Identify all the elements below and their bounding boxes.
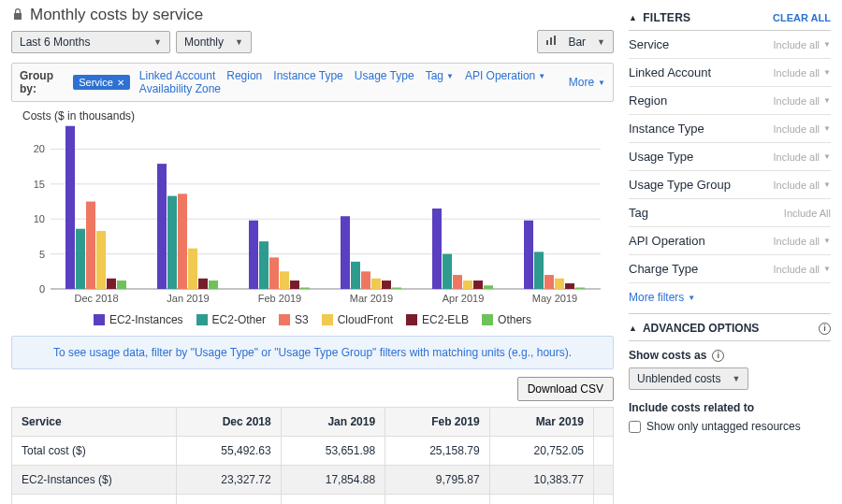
include-all-dropdown[interactable]: Include all▼ [774, 151, 831, 163]
svg-text:Feb 2019: Feb 2019 [258, 293, 301, 304]
svg-rect-25 [198, 279, 208, 289]
chart-legend: EC2-InstancesEC2-OtherS3CloudFrontEC2-EL… [17, 313, 608, 326]
group-by-option[interactable]: Tag▼ [426, 69, 454, 82]
svg-rect-51 [544, 275, 554, 289]
filter-row[interactable]: Usage Type GroupInclude all▼ [629, 171, 831, 199]
caret-down-icon: ▼ [153, 37, 162, 47]
legend-item[interactable]: EC2-ELB [406, 313, 469, 326]
svg-text:5: 5 [39, 249, 45, 260]
table-header: Feb 2019 [385, 408, 489, 437]
svg-rect-19 [117, 281, 126, 289]
caret-down-icon: ▼ [235, 37, 243, 47]
legend-item[interactable]: S3 [279, 313, 309, 326]
cost-bar-chart: 05101520Dec 2018Jan 2019Feb 2019Mar 2019… [17, 124, 610, 311]
time-range-dropdown[interactable]: Last 6 Months▼ [11, 31, 170, 53]
info-icon[interactable]: i [819, 323, 831, 335]
cost-type-dropdown[interactable]: Unblended costs▼ [629, 367, 748, 390]
svg-rect-21 [157, 164, 167, 289]
svg-rect-39 [382, 281, 391, 289]
svg-rect-37 [361, 271, 370, 289]
filter-row[interactable]: RegionInclude all▼ [629, 87, 831, 115]
table-row: Total cost ($)55,492.6353,651.9825,158.7… [12, 437, 614, 466]
caret-down-icon: ▼ [732, 374, 740, 383]
svg-rect-45 [463, 281, 472, 289]
legend-item[interactable]: Others [482, 313, 531, 326]
filter-row[interactable]: Linked AccountInclude all▼ [629, 59, 831, 87]
svg-rect-32 [290, 281, 299, 289]
cost-breakdown-table: ServiceDec 2018Jan 2019Feb 2019Mar 2019 … [11, 407, 614, 504]
group-by-option[interactable]: Availability Zone [139, 82, 221, 95]
group-by-label: Group by: [20, 69, 64, 95]
svg-text:20: 20 [34, 143, 45, 154]
svg-rect-52 [555, 279, 564, 289]
include-all-dropdown[interactable]: Include all▼ [774, 67, 831, 79]
legend-item[interactable]: CloudFront [322, 313, 393, 326]
page-title: Monthly costs by service [30, 6, 203, 24]
svg-rect-15 [76, 229, 85, 289]
svg-rect-23 [178, 194, 187, 289]
svg-rect-38 [371, 279, 381, 289]
filter-row[interactable]: ServiceInclude all▼ [629, 31, 831, 59]
svg-text:Jan 2019: Jan 2019 [167, 293, 209, 304]
table-row: EC2-Other ($)8,577.0413,290.036,813.373,… [12, 495, 614, 505]
group-by-option[interactable]: Linked Account [139, 69, 215, 82]
include-all-dropdown[interactable]: Include all▼ [774, 264, 831, 275]
info-icon[interactable]: i [712, 350, 724, 362]
svg-rect-22 [167, 196, 177, 289]
legend-item[interactable]: EC2-Instances [94, 313, 183, 326]
table-header: Dec 2018 [177, 408, 281, 437]
svg-rect-42 [432, 209, 442, 289]
svg-rect-31 [280, 271, 289, 289]
filter-row[interactable]: Instance TypeInclude all▼ [629, 115, 831, 143]
group-by-option[interactable]: Usage Type [355, 69, 414, 82]
svg-rect-43 [443, 254, 452, 289]
svg-rect-14 [65, 126, 75, 289]
svg-rect-16 [86, 202, 95, 289]
remove-chip-icon[interactable]: ✕ [117, 78, 124, 88]
table-header: Mar 2019 [489, 408, 593, 437]
group-by-option[interactable]: API Operation▼ [465, 69, 545, 82]
include-all-dropdown[interactable]: Include All [784, 208, 831, 219]
svg-text:May 2019: May 2019 [532, 293, 577, 304]
filter-row[interactable]: Charge TypeInclude all▼ [629, 255, 831, 283]
svg-text:Apr 2019: Apr 2019 [443, 293, 485, 304]
group-by-more[interactable]: More ▼ [569, 76, 605, 89]
filter-row[interactable]: Usage TypeInclude all▼ [629, 143, 831, 171]
svg-text:Dec 2018: Dec 2018 [74, 293, 118, 304]
filter-row[interactable]: API OperationInclude all▼ [629, 227, 831, 255]
table-header: Jan 2019 [281, 408, 385, 437]
group-by-chip-service[interactable]: Service ✕ [73, 75, 130, 90]
group-by-option[interactable]: Instance Type [273, 69, 343, 82]
granularity-dropdown[interactable]: Monthly▼ [176, 31, 252, 53]
svg-text:10: 10 [34, 213, 45, 224]
svg-rect-17 [96, 231, 106, 289]
more-filters-link[interactable]: More filters ▼ [629, 283, 831, 310]
caret-up-icon: ▲ [629, 13, 637, 22]
svg-rect-44 [453, 275, 462, 289]
svg-rect-0 [546, 40, 548, 45]
clear-all-filters[interactable]: CLEAR ALL [773, 12, 831, 23]
include-all-dropdown[interactable]: Include all▼ [774, 236, 831, 247]
filters-panel-header[interactable]: ▲FILTERS CLEAR ALL [629, 6, 831, 31]
svg-rect-18 [107, 279, 116, 289]
lock-icon [11, 7, 24, 23]
caret-up-icon: ▲ [629, 324, 637, 333]
filter-row[interactable]: TagInclude All [629, 199, 831, 227]
svg-rect-46 [473, 281, 483, 289]
chart-type-dropdown[interactable]: Bar▼ [537, 30, 614, 53]
include-all-dropdown[interactable]: Include all▼ [774, 180, 831, 191]
svg-rect-2 [554, 36, 556, 45]
caret-down-icon: ▼ [597, 37, 605, 47]
svg-rect-28 [249, 221, 258, 289]
include-all-dropdown[interactable]: Include all▼ [774, 95, 831, 107]
include-all-dropdown[interactable]: Include all▼ [774, 123, 831, 135]
download-csv-button[interactable]: Download CSV [517, 377, 614, 401]
legend-item[interactable]: EC2-Other [196, 313, 266, 326]
svg-rect-24 [188, 249, 197, 289]
svg-rect-47 [484, 285, 493, 289]
untagged-only-checkbox[interactable]: Show only untagged resources [629, 420, 831, 433]
svg-rect-49 [524, 221, 533, 289]
group-by-option[interactable]: Region [226, 69, 262, 82]
advanced-options-header[interactable]: ▲ADVANCED OPTIONS i [629, 313, 831, 341]
include-all-dropdown[interactable]: Include all▼ [774, 39, 831, 50]
